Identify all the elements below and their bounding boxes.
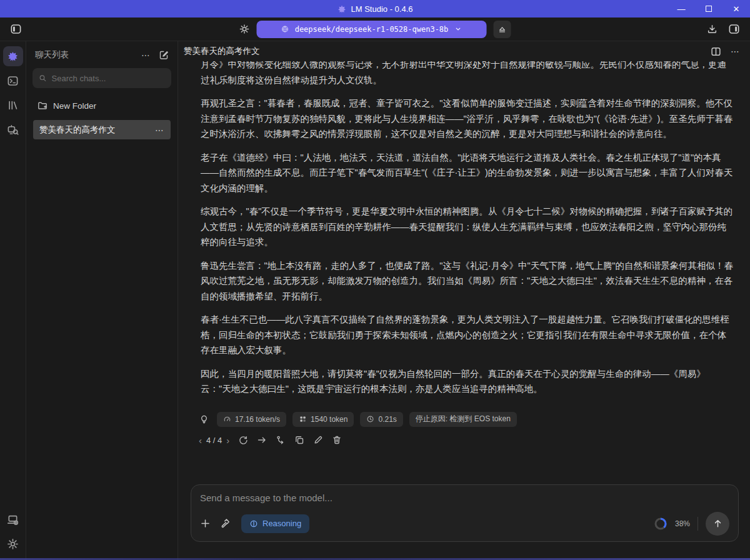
chat-list-more-button[interactable]: ⋯ [141,51,151,59]
model-settings-button[interactable] [239,24,250,34]
variation-pager: ‹ 4 / 4 › [199,435,229,446]
settings-button[interactable] [3,534,23,554]
lm-studio-window: LM Studio - 0.4.6 — ✕ deepseek/deepseek-… [0,0,750,560]
stop-reason-stat: 停止原因: 检测到 EOS token [409,412,517,427]
continue-button[interactable] [257,435,267,445]
chat-list-panel: 聊天列表 ⋯ New Folder 赞美春天的高考作文 ⋯ [26,41,178,560]
compose-icon [159,50,169,60]
left-panel-toggle-button[interactable] [10,23,22,35]
assistant-message: 月令》中对物候变化细致入微的观察与记录，无不折射出中华文明深处对于自然规律的敏锐… [178,57,750,405]
globe-icon [281,25,289,33]
sidebar-item-chat[interactable] [3,46,23,66]
attach-button[interactable] [200,518,211,529]
tokens-icon [299,415,307,423]
terminal-icon [7,75,19,87]
branch-chat-button[interactable] [276,435,286,445]
split-panel-icon [711,46,721,57]
chat-search-input[interactable] [52,74,165,83]
chat-search-box [32,68,171,88]
lightbulb-icon [199,414,209,424]
message-paragraph: 老子在《道德经》中曰："人法地，地法天，天法道，道法自然。"此语将天地运行之道推… [201,150,734,196]
minimize-button[interactable]: — [668,0,695,18]
eject-icon [498,25,507,34]
new-folder-label: New Folder [53,101,96,111]
right-panel-toggle-button[interactable] [728,23,740,35]
token-count-stat: 1540 token [292,412,354,427]
message-paragraph: 春者·生生不已也——此八字真言不仅描绘了自然界的蓬勃景象，更为人类文明注入了一股… [201,312,734,358]
chat-list-title: 聊天列表 [35,49,69,61]
toolbar-center: deepseek/deepseek-r1-0528-qwen3-8b [239,21,511,38]
gear-icon [239,24,250,34]
regenerate-icon [238,435,248,445]
chat-item-title: 赞美春天的高考作文 [39,124,116,136]
laptop-download-icon [7,514,19,526]
composer-toolbar: Reasoning 38% [200,512,729,536]
search-icon [39,74,47,82]
composer-right: 38% [654,512,729,536]
panel-left-icon [10,23,22,35]
generation-stats: 17.16 token/s 1540 token 0.21s 停止原因: 检测到… [199,412,734,427]
titlebar: LM Studio - 0.4.6 — ✕ [0,0,750,18]
next-variation-button[interactable]: › [226,435,229,446]
sidebar-rail [0,41,26,560]
message-paragraph: 再观孔圣之言："暮春者，春服既成，冠者、童子皆可衣之。"这看似简单的服饰变迁描述… [201,96,734,142]
sidebar-item-discover[interactable] [3,119,23,139]
tools-button[interactable] [220,518,231,529]
split-view-button[interactable] [711,46,721,57]
variation-count: 4 / 4 [206,436,222,445]
chat-list-item-selected[interactable]: 赞美春天的高考作文 ⋯ [33,120,171,139]
delete-button[interactable] [332,435,342,445]
tokens-per-second-stat: 17.16 token/s [217,412,286,427]
pencil-icon [313,435,323,445]
copy-button[interactable] [294,435,304,445]
bookshelf-icon [7,99,19,111]
maximize-button[interactable] [695,0,722,18]
plus-icon [200,518,211,529]
sidebar-item-my-models[interactable] [3,95,23,115]
time-to-first-token-stat: 0.21s [360,412,402,427]
chat-main: 赞美春天的高考作文 ⋯ 月令》中对物候变化细致入微的观察与记录，无不折射出中华文… [178,41,750,560]
send-button[interactable] [706,512,729,536]
previous-variation-button[interactable]: ‹ [199,435,202,446]
message-paragraph: 综观古今，"春"不仅是一个季节符号，更是华夏文明中永恒的精神图腾。从《月令七十二… [201,204,734,250]
new-folder-button[interactable]: New Folder [32,96,171,116]
downloads-button[interactable] [707,24,718,34]
new-chat-button[interactable] [159,50,169,60]
clock-icon [366,415,374,423]
chat-header: 赞美春天的高考作文 ⋯ [178,41,750,61]
download-icon [707,24,718,34]
message-actions: ‹ 4 / 4 › [199,435,734,446]
wrench-icon [220,518,231,529]
model-selector[interactable]: deepseek/deepseek-r1-0528-qwen3-8b [257,21,487,38]
chat-item-more-button[interactable]: ⋯ [155,126,164,134]
titlebar-center: LM Studio - 0.4.6 [338,4,413,14]
eject-model-button[interactable] [494,21,511,38]
panel-right-icon [728,23,740,35]
lm-studio-logo-icon [338,4,347,14]
edit-button[interactable] [313,435,323,445]
chat-more-button[interactable]: ⋯ [731,47,740,56]
message-paragraph: 鲁迅先生尝言："地上本没有路，走的人多了，也便成了路。"这与《礼记·月令》中"天… [201,258,734,304]
regenerate-button[interactable] [238,435,248,445]
window-title: LM Studio - 0.4.6 [351,4,413,14]
content: 聊天列表 ⋯ New Folder 赞美春天的高考作文 ⋯ [0,41,750,560]
gauge-icon [223,415,231,423]
local-runtime-button[interactable] [3,509,23,529]
branch-icon [276,435,286,445]
message-paragraph: 因此，当四月的暖阳普照大地，请切莫将"春"仅视为自然轮回的一部分。真正的春天在于… [201,366,734,397]
context-usage-percent: 38% [675,519,690,528]
toolbar: deepseek/deepseek-r1-0528-qwen3-8b [0,18,750,41]
reasoning-toggle[interactable]: Reasoning [241,514,309,533]
arrow-right-icon [257,435,267,445]
model-name: deepseek/deepseek-r1-0528-qwen3-8b [295,25,449,34]
close-button[interactable]: ✕ [722,0,750,18]
model-search-icon [7,124,19,136]
chat-creature-icon [6,50,19,63]
chat-header-actions: ⋯ [711,46,740,57]
folder-plus-icon [38,101,48,111]
reasoning-label: Reasoning [262,519,301,528]
toolbar-right [707,23,740,35]
message-input[interactable] [200,492,729,512]
sidebar-item-developer[interactable] [3,71,23,91]
context-usage-ring [654,517,668,531]
